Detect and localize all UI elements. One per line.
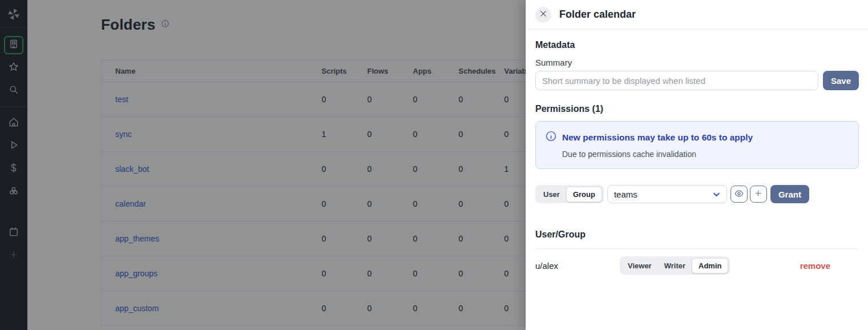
permissions-notice: New permissions may take up to 60s to ap… — [535, 121, 859, 169]
add-permission-button[interactable] — [750, 186, 767, 203]
info-icon — [545, 130, 557, 144]
toggle-option-user[interactable]: User — [537, 187, 566, 202]
group-select-value[interactable]: teams — [607, 185, 727, 203]
grant-button[interactable]: Grant — [770, 185, 809, 203]
drawer-backdrop[interactable] — [0, 0, 526, 330]
role-option-viewer[interactable]: Viewer — [621, 259, 658, 273]
close-button[interactable] — [535, 7, 551, 23]
acl-heading: User/Group — [535, 230, 859, 240]
permissions-heading: Permissions (1) — [535, 104, 859, 114]
metadata-heading: Metadata — [535, 40, 859, 50]
role-option-writer[interactable]: Writer — [658, 259, 692, 273]
remove-button[interactable]: remove — [800, 261, 830, 271]
role-toggle: ViewerWriterAdmin — [620, 256, 730, 275]
drawer-title: Folder calendar — [559, 9, 636, 21]
notice-title: New permissions may take up to 60s to ap… — [562, 132, 753, 143]
drawer-header: Folder calendar — [526, 0, 868, 30]
acl-entry-name: u/alex — [535, 261, 620, 271]
summary-input[interactable] — [535, 71, 818, 90]
role-option-admin[interactable]: Admin — [692, 258, 728, 273]
save-button[interactable]: Save — [823, 71, 859, 90]
acl-row: u/alexViewerWriterAdminremove — [535, 249, 859, 275]
user-group-toggle: UserGroup — [535, 185, 604, 203]
grant-row: UserGroup teams Grant — [535, 185, 859, 203]
summary-label: Summary — [535, 58, 859, 67]
folder-drawer: Folder calendar Metadata Summary Save Pe… — [526, 0, 868, 330]
notice-subtitle: Due to permissions cache invalidation — [562, 150, 849, 159]
group-select[interactable]: teams — [607, 185, 727, 203]
close-icon — [539, 10, 547, 19]
eye-icon — [734, 188, 744, 200]
preview-permissions-button[interactable] — [730, 186, 748, 203]
plus-icon — [753, 188, 763, 200]
toggle-option-group[interactable]: Group — [566, 187, 602, 202]
